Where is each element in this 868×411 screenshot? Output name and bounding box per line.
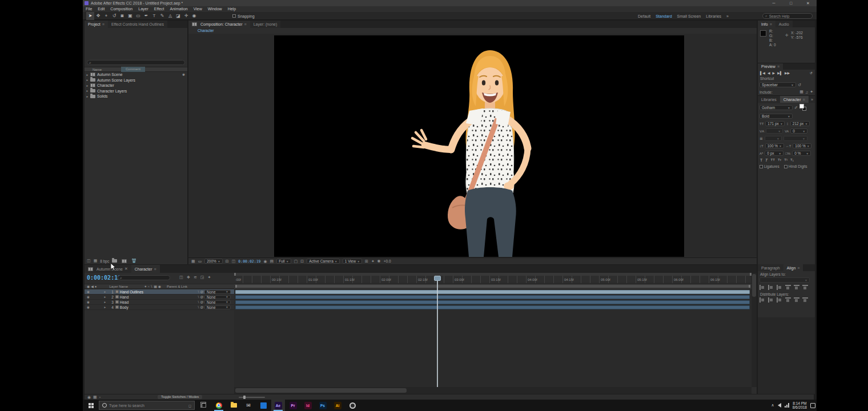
tab-composition[interactable]: Composition: Character ≡ bbox=[188, 21, 250, 28]
brush-tool-icon[interactable]: ✎ bbox=[158, 12, 166, 20]
shortcut-dropdown[interactable]: Spacebar▼ bbox=[760, 82, 796, 87]
magnification-icon[interactable]: ▭ bbox=[198, 259, 202, 264]
column-layer-name[interactable]: Layer Name bbox=[109, 285, 128, 288]
network-icon[interactable] bbox=[785, 403, 789, 408]
panel-menu-icon[interactable]: ≡ bbox=[797, 266, 799, 270]
timeline-horizontal-scrollbar[interactable] bbox=[234, 387, 752, 394]
twirl-icon[interactable]: ▸ bbox=[85, 73, 90, 76]
frame-blending-icon[interactable]: ◲ bbox=[200, 275, 204, 280]
align-top-icon[interactable] bbox=[785, 285, 791, 290]
tab-project[interactable]: Project ≡ bbox=[85, 21, 108, 28]
tab-preview[interactable]: Preview ≡ bbox=[758, 63, 783, 70]
interpret-footage-icon[interactable]: ◫ bbox=[87, 259, 91, 263]
panel-menu-icon[interactable]: ≡ bbox=[770, 22, 772, 26]
font-size-dropdown[interactable]: 171 px▼ bbox=[765, 121, 785, 126]
project-item[interactable]: ▸ Character bbox=[85, 83, 187, 88]
taskbar-mail[interactable]: ✉ bbox=[242, 400, 255, 411]
twirl-icon[interactable]: ▸ bbox=[85, 95, 90, 98]
delete-icon[interactable]: 🗑️ bbox=[131, 259, 136, 263]
hand-tool-icon[interactable]: ✥ bbox=[94, 12, 102, 20]
resolution-dropdown[interactable]: Full▼ bbox=[276, 259, 291, 264]
zoom-dropdown[interactable]: 200%▼ bbox=[204, 259, 223, 264]
fill-swatch[interactable] bbox=[799, 104, 804, 108]
pick-whip-icon[interactable]: @ bbox=[199, 295, 204, 299]
zoom-tool-icon[interactable]: ⌖ bbox=[102, 12, 110, 20]
tab-paragraph[interactable]: Paragraph bbox=[758, 264, 783, 271]
taskbar-photos[interactable] bbox=[256, 400, 270, 411]
shape-tool-icon[interactable]: ▭ bbox=[134, 12, 142, 20]
parent-dropdown[interactable]: None▼ bbox=[204, 295, 231, 299]
distribute-left-icon[interactable] bbox=[785, 297, 791, 303]
eyedropper-icon[interactable]: ✐ bbox=[794, 106, 798, 110]
pixel-aspect-icon[interactable]: ⊞ bbox=[365, 259, 368, 264]
align-left-icon[interactable] bbox=[760, 285, 765, 290]
stroke-width-dropdown[interactable]: ▼ bbox=[765, 136, 782, 141]
distribute-center-v-icon[interactable] bbox=[768, 297, 774, 303]
eye-icon[interactable]: ◉ bbox=[87, 300, 90, 304]
camera-dropdown[interactable]: Active Camera▼ bbox=[307, 259, 340, 264]
label-color-chip[interactable] bbox=[115, 305, 119, 309]
align-target-dropdown[interactable]: ▼ bbox=[760, 277, 810, 283]
project-search-input[interactable] bbox=[93, 61, 183, 65]
comp-viewport[interactable] bbox=[188, 34, 757, 257]
faux-italic-icon[interactable]: T bbox=[765, 158, 769, 162]
expand-layers-icon[interactable]: ◉ bbox=[87, 395, 91, 400]
panel-menu-icon[interactable]: ≡ bbox=[803, 98, 805, 102]
clone-stamp-tool-icon[interactable]: ◬ bbox=[166, 12, 174, 20]
parent-dropdown[interactable]: None▼ bbox=[204, 290, 231, 294]
timeline-search-input[interactable] bbox=[123, 276, 168, 280]
hindi-digits-checkbox[interactable] bbox=[784, 165, 787, 168]
distribute-center-h-icon[interactable] bbox=[794, 297, 799, 303]
column-name[interactable]: Name bbox=[93, 68, 102, 71]
project-item[interactable]: ▸ Solids bbox=[85, 94, 187, 99]
expand-in-out-icon[interactable]: ▦ bbox=[93, 395, 97, 400]
exposure-value[interactable]: +0.0 bbox=[384, 259, 391, 263]
twirl-icon[interactable]: ▸ bbox=[85, 78, 90, 82]
stroke-style-dropdown[interactable]: ▼ bbox=[783, 136, 807, 141]
layer-row[interactable]: ◉ ▸ 1 Hand Outlines ∖ @ None▼ bbox=[85, 289, 234, 295]
layer-duration-bar[interactable] bbox=[235, 305, 750, 309]
taskbar-search-box[interactable]: ◻ bbox=[99, 401, 195, 410]
timeline-track-area[interactable]: :00f 00:15f 01:00f 01:15f 02:00f 02:15f … bbox=[234, 273, 752, 387]
faux-bold-icon[interactable]: T bbox=[760, 158, 762, 162]
baseline-shift-dropdown[interactable]: 0 px▼ bbox=[765, 151, 783, 156]
tab-effect-controls[interactable]: Effect Controls Hand Outlines bbox=[108, 21, 167, 28]
timeline-current-time[interactable]: 0:00:02:19 bbox=[87, 275, 121, 281]
snapshot-camera-icon[interactable]: ◉ bbox=[263, 259, 267, 264]
layer-duration-bar[interactable] bbox=[235, 290, 750, 294]
draft-3d-icon[interactable]: ❖ bbox=[187, 275, 190, 280]
include-overlays-icon[interactable]: ✦ bbox=[810, 90, 813, 94]
taskbar-indesign[interactable]: Id bbox=[301, 400, 315, 411]
help-search-input[interactable] bbox=[769, 14, 810, 18]
tracking-dropdown[interactable]: 0▼ bbox=[790, 128, 807, 134]
selection-tool-icon[interactable]: ➤ bbox=[86, 12, 94, 20]
align-center-h-icon[interactable] bbox=[768, 285, 774, 290]
mask-visibility-icon[interactable]: ◫ bbox=[232, 259, 236, 264]
layer-duration-bar[interactable] bbox=[235, 295, 750, 299]
microphone-icon[interactable]: ◻ bbox=[188, 404, 191, 408]
menu-effect[interactable]: Effect bbox=[151, 6, 167, 12]
font-family-dropdown[interactable]: Gotham▼ bbox=[760, 105, 793, 110]
include-audio-icon[interactable]: ♫ bbox=[805, 90, 808, 94]
tab-audio[interactable]: Audio bbox=[775, 21, 793, 27]
menu-layer[interactable]: Layer bbox=[135, 6, 151, 12]
bit-depth-label[interactable]: 8 bpc bbox=[100, 259, 109, 263]
current-time-indicator[interactable] bbox=[437, 276, 438, 387]
twirl-icon[interactable]: ▸ bbox=[85, 84, 90, 87]
task-view-button[interactable] bbox=[197, 400, 211, 411]
comp-view-tab[interactable]: Character bbox=[194, 28, 218, 34]
project-item[interactable]: ▸ Autumn Scene Layers bbox=[85, 78, 187, 83]
ligatures-checkbox[interactable] bbox=[760, 165, 763, 168]
view-layout-dropdown[interactable]: 1 View▼ bbox=[343, 259, 362, 264]
toggle-switches-modes-button[interactable]: Toggle Switches / Modes bbox=[158, 395, 202, 399]
pick-whip-icon[interactable]: @ bbox=[199, 290, 204, 293]
tsume-dropdown[interactable]: 0 %▼ bbox=[792, 151, 811, 156]
eye-icon[interactable]: ◉ bbox=[87, 295, 90, 299]
menu-edit[interactable]: Edit bbox=[95, 6, 107, 12]
new-folder-icon[interactable] bbox=[112, 259, 117, 263]
tray-chevron-icon[interactable]: ∧ bbox=[771, 403, 774, 408]
comp-mini-flowchart-icon[interactable]: ◫ bbox=[179, 275, 183, 280]
close-tab-icon[interactable]: ✕ bbox=[124, 267, 128, 271]
timeline-vertical-scrollbar[interactable] bbox=[752, 273, 757, 387]
timeline-zoom-slider[interactable] bbox=[239, 397, 265, 398]
